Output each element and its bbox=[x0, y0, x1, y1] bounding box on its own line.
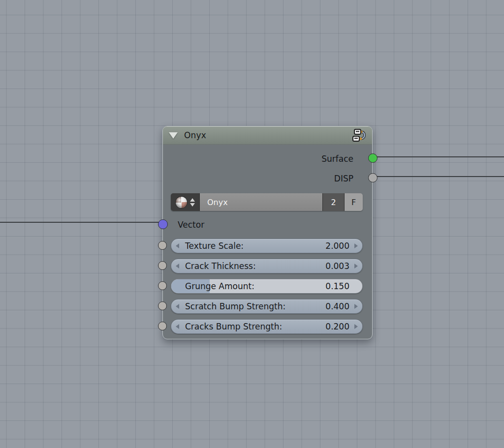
arrow-left-icon[interactable] bbox=[176, 243, 179, 248]
material-browse-button[interactable] bbox=[171, 193, 199, 211]
arrow-right-icon[interactable] bbox=[354, 324, 358, 329]
material-selector[interactable]: Onyx 2 F bbox=[171, 193, 363, 211]
node-onyx[interactable]: Onyx Surface DISP bbox=[162, 126, 373, 339]
socket-input-grunge-amount[interactable] bbox=[158, 281, 167, 290]
arrow-right-icon[interactable] bbox=[354, 243, 358, 248]
slider-value: 0.200 bbox=[325, 320, 349, 333]
slider-crack-thickness[interactable]: Crack Thickness: 0.003 bbox=[171, 259, 363, 273]
node-title: Onyx bbox=[184, 130, 206, 140]
material-name-field[interactable]: Onyx bbox=[199, 193, 322, 211]
arrow-right-icon[interactable] bbox=[354, 304, 358, 309]
slider-texture-scale[interactable]: Texture Scale: 2.000 bbox=[171, 239, 363, 253]
socket-input-crack-thickness[interactable] bbox=[158, 261, 167, 270]
arrow-left-icon[interactable] bbox=[176, 264, 179, 269]
slider-label: Texture Scale: bbox=[185, 239, 244, 253]
slider-value: 0.400 bbox=[325, 299, 349, 313]
output-label-surface: Surface bbox=[321, 153, 353, 164]
node-header[interactable]: Onyx bbox=[163, 126, 372, 145]
arrow-left-icon[interactable] bbox=[176, 324, 179, 329]
slider-label: Grunge Amount: bbox=[185, 279, 254, 293]
slider-value: 0.150 bbox=[325, 279, 349, 293]
socket-input-texture-scale[interactable] bbox=[158, 241, 167, 250]
wire-from-disp-output bbox=[372, 176, 504, 177]
wire-from-surface-output bbox=[372, 156, 504, 157]
material-fake-user-button[interactable]: F bbox=[344, 193, 363, 211]
slider-value: 0.003 bbox=[325, 259, 349, 273]
socket-input-vector[interactable] bbox=[158, 219, 168, 229]
updown-arrows-icon[interactable] bbox=[190, 198, 195, 207]
node-editor-canvas[interactable]: Onyx Surface DISP bbox=[0, 0, 504, 448]
collapse-triangle-icon[interactable] bbox=[169, 132, 178, 139]
material-sphere-icon bbox=[176, 197, 187, 208]
slider-label: Cracks Bump Strength: bbox=[185, 320, 282, 333]
slider-scratch-bump-strength[interactable]: Scratch Bump Strength: 0.400 bbox=[171, 299, 363, 314]
slider-value: 2.000 bbox=[325, 239, 349, 253]
socket-input-cracks-bump-strength[interactable] bbox=[158, 322, 167, 330]
slider-grunge-amount[interactable]: Grunge Amount: 0.150 bbox=[171, 279, 363, 294]
material-users-count-button[interactable]: 2 bbox=[322, 193, 344, 211]
arrow-left-icon[interactable] bbox=[176, 304, 179, 309]
node-group-icon bbox=[351, 128, 367, 143]
input-label-vector: Vector bbox=[178, 220, 204, 230]
slider-label: Crack Thickness: bbox=[185, 259, 256, 273]
arrow-right-icon[interactable] bbox=[354, 264, 358, 269]
wire-to-vector-input bbox=[0, 222, 163, 223]
socket-output-disp[interactable] bbox=[368, 173, 378, 182]
slider-label: Scratch Bump Strength: bbox=[185, 299, 285, 313]
output-label-disp: DISP bbox=[334, 173, 353, 184]
socket-input-scratch-bump-strength[interactable] bbox=[158, 301, 167, 310]
slider-cracks-bump-strength[interactable]: Cracks Bump Strength: 0.200 bbox=[171, 319, 363, 334]
socket-output-surface[interactable] bbox=[368, 153, 378, 163]
